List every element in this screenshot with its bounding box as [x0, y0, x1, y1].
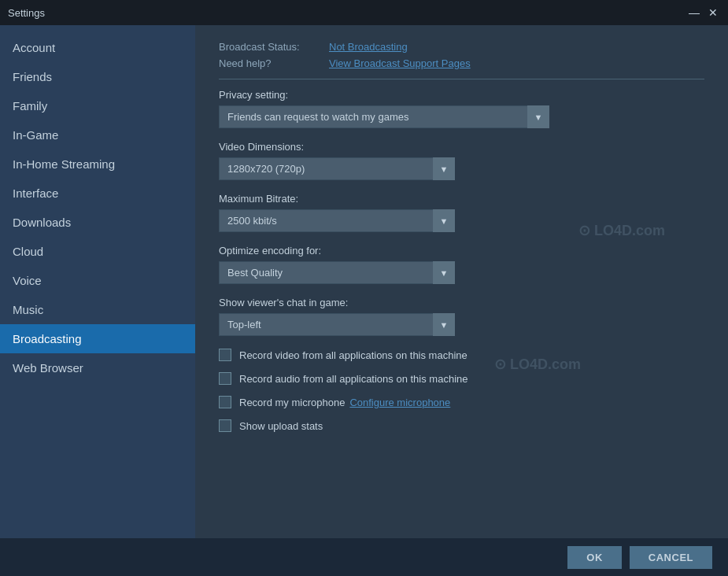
sidebar-item-family[interactable]: Family — [0, 91, 195, 120]
chat-label: Show viewer's chat in game: — [219, 297, 704, 308]
optimize-group: Optimize encoding for: Best Quality Best… — [219, 245, 704, 284]
checkbox-record-audio-label: Record audio from all applications on th… — [239, 373, 468, 385]
need-help-label: Need help? — [219, 57, 329, 69]
checkbox-record-mic[interactable] — [219, 396, 231, 408]
sidebar-item-music[interactable]: Music — [0, 295, 195, 324]
video-dim-select-wrapper: 1280x720 (720p) 1920x1080 (1080p) 854x48… — [219, 157, 455, 180]
sidebar-item-downloads[interactable]: Downloads — [0, 208, 195, 237]
video-dim-select[interactable]: 1280x720 (720p) 1920x1080 (1080p) 854x48… — [219, 157, 455, 180]
divider-1 — [219, 79, 704, 79]
checkbox-record-audio[interactable] — [219, 372, 231, 385]
cancel-button[interactable]: CANCEL — [630, 546, 712, 569]
broadcast-status-row: Broadcast Status: Not Broadcasting — [219, 41, 704, 53]
checkbox-row-3: Record my microphone Configure microphon… — [219, 396, 704, 408]
minimize-button[interactable]: — — [687, 6, 701, 19]
main-content: Broadcast Status: Not Broadcasting Need … — [195, 25, 728, 538]
checkbox-show-upload-label: Show upload stats — [239, 420, 323, 432]
checkbox-record-video[interactable] — [219, 349, 231, 361]
privacy-setting-group: Privacy setting: Friends can request to … — [219, 89, 704, 128]
optimize-select[interactable]: Best Quality Best Performance Balanced — [219, 261, 455, 284]
bitrate-label: Maximum Bitrate: — [219, 193, 704, 205]
close-button[interactable]: ✕ — [706, 6, 720, 19]
ok-button[interactable]: OK — [567, 546, 622, 569]
checkbox-record-video-label: Record video from all applications on th… — [239, 349, 467, 361]
broadcast-status-label: Broadcast Status: — [219, 41, 329, 53]
bitrate-select-wrapper: 2500 kbit/s 5000 kbit/s 1000 kbit/s 500 … — [219, 209, 455, 232]
sidebar-item-voice[interactable]: Voice — [0, 266, 195, 295]
optimize-label: Optimize encoding for: — [219, 245, 704, 257]
bitrate-group: Maximum Bitrate: 2500 kbit/s 5000 kbit/s… — [219, 193, 704, 232]
sidebar: Account Friends Family In-Game In-Home S… — [0, 25, 195, 538]
privacy-label: Privacy setting: — [219, 89, 704, 101]
checkbox-row-2: Record audio from all applications on th… — [219, 372, 704, 385]
title-bar-buttons: — ✕ — [687, 6, 720, 19]
app-body: Account Friends Family In-Game In-Home S… — [0, 25, 728, 538]
checkbox-show-upload[interactable] — [219, 419, 231, 432]
need-help-row: Need help? View Broadcast Support Pages — [219, 57, 704, 69]
sidebar-item-broadcasting[interactable]: Broadcasting — [0, 324, 195, 353]
optimize-select-wrapper: Best Quality Best Performance Balanced ▼ — [219, 261, 455, 284]
bottom-bar: OK CANCEL — [0, 538, 728, 576]
broadcast-status-value[interactable]: Not Broadcasting — [329, 41, 408, 53]
title-bar: Settings — ✕ — [0, 0, 728, 25]
video-dim-group: Video Dimensions: 1280x720 (720p) 1920x1… — [219, 141, 704, 180]
view-support-link[interactable]: View Broadcast Support Pages — [329, 57, 471, 69]
bitrate-select[interactable]: 2500 kbit/s 5000 kbit/s 1000 kbit/s 500 … — [219, 209, 455, 232]
checkbox-record-mic-label: Record my microphone — [239, 397, 345, 408]
chat-select[interactable]: Top-left Top-right Bottom-left Bottom-ri… — [219, 313, 455, 336]
sidebar-item-friends[interactable]: Friends — [0, 62, 195, 91]
sidebar-item-account[interactable]: Account — [0, 33, 195, 62]
sidebar-item-cloud[interactable]: Cloud — [0, 237, 195, 266]
window-title: Settings — [8, 7, 45, 19]
privacy-select-wrapper: Friends can request to watch my games An… — [219, 105, 549, 128]
checkbox-row-1: Record video from all applications on th… — [219, 349, 704, 361]
sidebar-item-in-home-streaming[interactable]: In-Home Streaming — [0, 150, 195, 179]
sidebar-item-in-game[interactable]: In-Game — [0, 120, 195, 150]
sidebar-item-web-browser[interactable]: Web Browser — [0, 353, 195, 382]
checkbox-row-4: Show upload stats — [219, 419, 704, 432]
privacy-select[interactable]: Friends can request to watch my games An… — [219, 105, 549, 128]
chat-group: Show viewer's chat in game: Top-left Top… — [219, 297, 704, 336]
sidebar-item-interface[interactable]: Interface — [0, 179, 195, 208]
chat-select-wrapper: Top-left Top-right Bottom-left Bottom-ri… — [219, 313, 455, 336]
configure-microphone-link[interactable]: Configure microphone — [349, 397, 450, 408]
video-dim-label: Video Dimensions: — [219, 141, 704, 153]
